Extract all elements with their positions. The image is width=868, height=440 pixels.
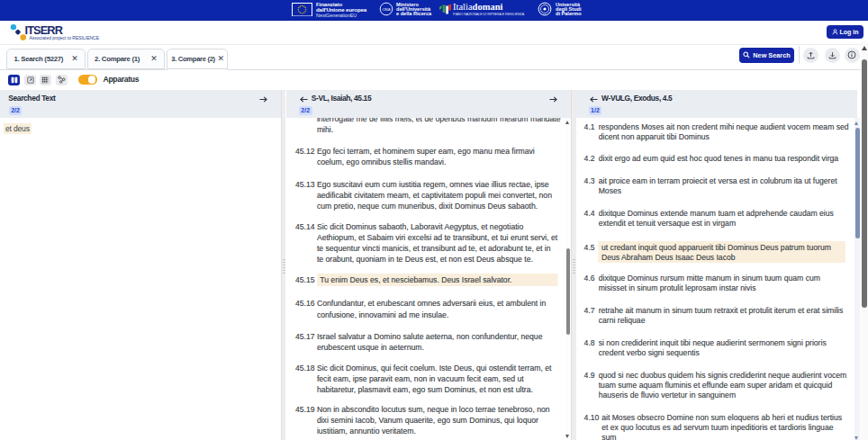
svg-text:CINIA: CINIA [382,8,391,12]
